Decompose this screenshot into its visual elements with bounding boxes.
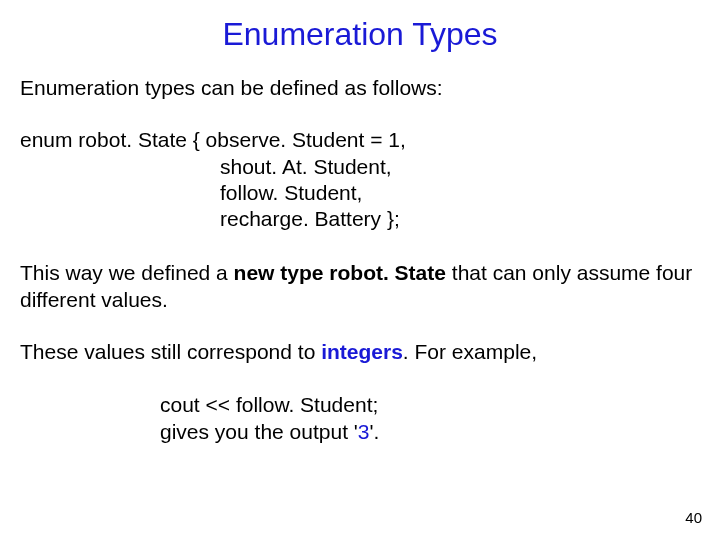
intro-text: Enumeration types can be defined as foll…	[20, 75, 700, 101]
slide-body: Enumeration types can be defined as foll…	[20, 75, 700, 446]
explanation-paragraph-2: These values still correspond to integer…	[20, 339, 700, 365]
enum-line-2: shout. At. Student,	[20, 154, 700, 180]
slide-title: Enumeration Types	[20, 16, 700, 53]
cout-2a: gives you the output '	[160, 420, 358, 443]
p3-b: integers	[321, 340, 403, 363]
cout-line-2: gives you the output '3'.	[160, 418, 700, 445]
enum-line-3: follow. Student,	[20, 180, 700, 206]
p2-a: This way we defined a	[20, 261, 234, 284]
cout-example: cout << follow. Student; gives you the o…	[160, 391, 700, 446]
page-number: 40	[685, 509, 702, 526]
slide: Enumeration Types Enumeration types can …	[0, 0, 720, 540]
explanation-paragraph-1: This way we defined a new type robot. St…	[20, 260, 700, 313]
cout-2c: '.	[370, 420, 380, 443]
p2-b: new type robot. State	[234, 261, 446, 284]
enum-code-block: enum robot. State { observe. Student = 1…	[20, 127, 700, 232]
cout-2b: 3	[358, 420, 370, 443]
p3-a: These values still correspond to	[20, 340, 321, 363]
enum-line-1: enum robot. State { observe. Student = 1…	[20, 127, 700, 153]
cout-line-1: cout << follow. Student;	[160, 391, 700, 418]
p3-c: . For example,	[403, 340, 537, 363]
enum-line-4: recharge. Battery };	[20, 206, 700, 232]
